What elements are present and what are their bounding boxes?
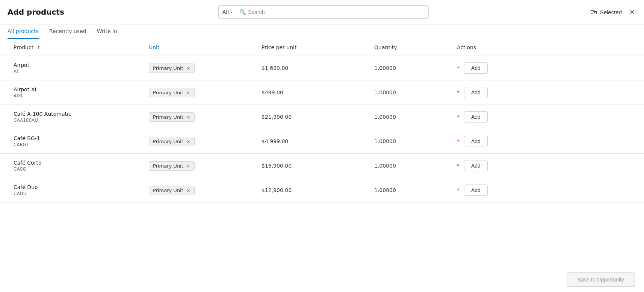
price-cell: $1,699.00 — [255, 56, 368, 80]
actions-cell: * Add — [451, 154, 644, 178]
table-row: Airpot AI Primary Unit × $1,699.00 1.000… — [0, 56, 644, 80]
quantity-cell: 1.00000 — [368, 105, 451, 129]
filter-label: All — [222, 9, 229, 15]
col-header-product[interactable]: Product ↑ — [0, 39, 143, 56]
product-name: Café Corto — [14, 160, 137, 166]
required-star: * — [457, 65, 460, 71]
remove-unit-icon[interactable]: × — [186, 115, 190, 120]
remove-unit-icon[interactable]: × — [186, 90, 190, 95]
actions-cell: * Add — [451, 129, 644, 154]
table-row: Café Duo CADU Primary Unit × $12,900.00 … — [0, 178, 644, 203]
unit-label: Primary Unit — [153, 90, 183, 95]
product-cell: Airpot AI — [0, 56, 143, 80]
col-header-quantity[interactable]: Quantity — [368, 39, 451, 56]
add-product-button[interactable]: Add — [464, 62, 488, 74]
col-header-unit[interactable]: Unit — [143, 39, 255, 56]
unit-label: Primary Unit — [153, 188, 183, 193]
actions-cell: * Add — [451, 56, 644, 80]
table-row: Café A-100 Automatic CAA100AU Primary Un… — [0, 105, 644, 129]
price-cell: $12,900.00 — [255, 178, 368, 203]
col-header-actions: Actions — [451, 39, 644, 56]
product-name: Café A-100 Automatic — [14, 111, 137, 117]
tabs-bar: All products Recently used Write in — [0, 24, 644, 39]
product-cell: Café Duo CADU — [0, 178, 143, 203]
col-actions-label: Actions — [457, 44, 476, 50]
remove-unit-icon[interactable]: × — [186, 66, 190, 71]
unit-tag[interactable]: Primary Unit × — [149, 161, 195, 171]
col-quantity-label: Quantity — [374, 44, 397, 50]
table-header-row: Product ↑ Unit Price per unit Quantity A… — [0, 39, 644, 56]
remove-unit-icon[interactable]: × — [186, 139, 190, 144]
unit-cell: Primary Unit × — [143, 129, 255, 154]
products-table-container: Product ↑ Unit Price per unit Quantity A… — [0, 39, 644, 267]
chevron-down-icon: ▾ — [230, 10, 232, 14]
add-products-panel: Add products All ▾ 🔍 🛍 Selected ✕ All pr… — [0, 0, 644, 292]
tab-recently-used[interactable]: Recently used — [49, 24, 86, 39]
unit-label: Primary Unit — [153, 65, 183, 71]
header: Add products All ▾ 🔍 🛍 Selected ✕ — [0, 0, 644, 24]
remove-unit-icon[interactable]: × — [186, 163, 190, 168]
search-input[interactable] — [248, 9, 425, 15]
briefcase-icon: 🛍 — [590, 8, 597, 16]
add-product-button[interactable]: Add — [464, 160, 488, 171]
unit-tag[interactable]: Primary Unit × — [149, 64, 195, 73]
page-title: Add products — [8, 8, 64, 17]
unit-tag[interactable]: Primary Unit × — [149, 88, 195, 97]
save-to-opportunity-button[interactable]: Save to Opportunity — [567, 272, 635, 287]
unit-cell: Primary Unit × — [143, 56, 255, 80]
add-product-button[interactable]: Add — [464, 87, 488, 98]
col-product-label: Product — [14, 44, 33, 50]
quantity-cell: 1.00000 — [368, 178, 451, 203]
price-cell: $4,999.00 — [255, 129, 368, 154]
table-row: Airpot XL AIXL Primary Unit × $499.00 1.… — [0, 80, 644, 105]
product-name: Café BG-1 — [14, 135, 137, 141]
add-product-button[interactable]: Add — [464, 136, 488, 147]
products-table: Product ↑ Unit Price per unit Quantity A… — [0, 39, 644, 203]
price-cell: $21,900.00 — [255, 105, 368, 129]
required-star: * — [457, 114, 460, 120]
price-cell: $16,900.00 — [255, 154, 368, 178]
quantity-cell: 1.00000 — [368, 129, 451, 154]
search-filter-dropdown[interactable]: All ▾ — [222, 9, 236, 15]
product-code: AI — [14, 69, 137, 74]
selected-button[interactable]: 🛍 Selected — [590, 8, 622, 16]
product-code: AIXL — [14, 93, 137, 98]
product-cell: Café Corto CACO — [0, 154, 143, 178]
selected-label: Selected — [600, 9, 622, 15]
tab-all-products[interactable]: All products — [8, 24, 39, 39]
unit-label: Primary Unit — [153, 163, 183, 169]
footer: Save to Opportunity — [0, 267, 644, 292]
actions-cell: * Add — [451, 80, 644, 105]
unit-label: Primary Unit — [153, 114, 183, 120]
price-cell: $499.00 — [255, 80, 368, 105]
col-unit-label: Unit — [149, 44, 160, 50]
product-code: CACO — [14, 166, 137, 172]
sort-arrow-icon: ↑ — [37, 45, 41, 50]
product-cell: Café A-100 Automatic CAA100AU — [0, 105, 143, 129]
unit-cell: Primary Unit × — [143, 154, 255, 178]
unit-tag[interactable]: Primary Unit × — [149, 112, 195, 122]
required-star: * — [457, 187, 460, 193]
product-name: Airpot — [14, 62, 137, 68]
unit-cell: Primary Unit × — [143, 105, 255, 129]
unit-tag[interactable]: Primary Unit × — [149, 137, 195, 146]
close-button[interactable]: ✕ — [628, 7, 636, 17]
col-header-price[interactable]: Price per unit — [255, 39, 368, 56]
search-bar[interactable]: All ▾ 🔍 — [218, 5, 429, 19]
tab-write-in[interactable]: Write in — [97, 24, 117, 39]
product-cell: Airpot XL AIXL — [0, 80, 143, 105]
add-product-button[interactable]: Add — [464, 185, 488, 196]
product-name: Café Duo — [14, 184, 137, 190]
quantity-cell: 1.00000 — [368, 56, 451, 80]
remove-unit-icon[interactable]: × — [186, 188, 190, 193]
unit-cell: Primary Unit × — [143, 178, 255, 203]
unit-tag[interactable]: Primary Unit × — [149, 186, 195, 195]
required-star: * — [457, 163, 460, 169]
product-code: CADU — [14, 191, 137, 196]
add-product-button[interactable]: Add — [464, 111, 488, 123]
search-icon: 🔍 — [239, 9, 246, 15]
table-row: Café Corto CACO Primary Unit × $16,900.0… — [0, 154, 644, 178]
actions-cell: * Add — [451, 105, 644, 129]
product-name: Airpot XL — [14, 86, 137, 92]
unit-cell: Primary Unit × — [143, 80, 255, 105]
